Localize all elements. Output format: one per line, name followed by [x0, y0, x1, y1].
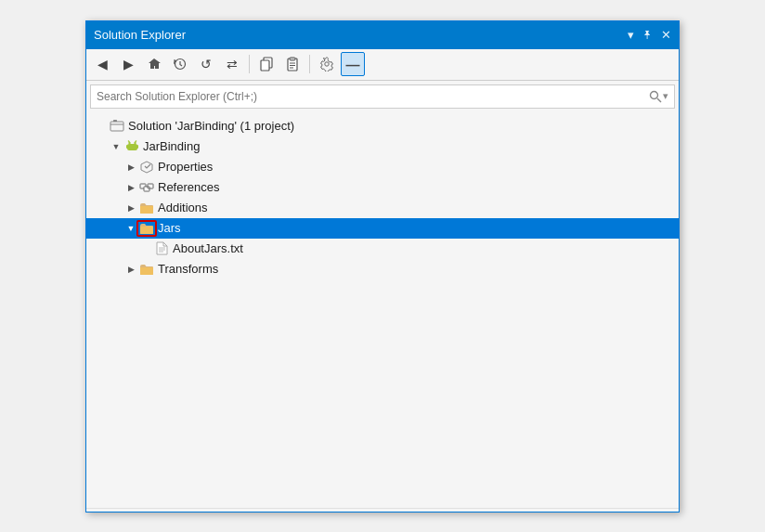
title-bar-controls: ▾ 🖈 ✕	[628, 28, 671, 42]
transforms-expander[interactable]: ▶	[123, 262, 138, 277]
additions-item[interactable]: ▶ Additions	[86, 198, 679, 218]
forward-button[interactable]: ▶	[116, 52, 140, 76]
additions-expander[interactable]: ▶	[123, 201, 138, 215]
pin-icon[interactable]: 🖈	[642, 28, 654, 42]
svg-line-18	[135, 141, 136, 143]
bottom-bar	[86, 508, 679, 512]
properties-icon	[138, 160, 155, 175]
toolbar-separator-2	[309, 55, 310, 73]
jars-label: Jars	[158, 221, 181, 235]
references-label: References	[158, 180, 219, 194]
svg-point-9	[651, 91, 658, 98]
properties-expander[interactable]: ▶	[123, 160, 138, 175]
tree-container: Solution 'JarBinding' (1 project) ▼ JarB…	[86, 112, 679, 508]
close-icon[interactable]: ✕	[661, 28, 671, 42]
aboutjars-item[interactable]: ▶ AboutJars.txt	[86, 239, 679, 259]
svg-rect-2	[261, 60, 269, 71]
jarbinding-label: JarBinding	[143, 139, 200, 153]
svg-rect-22	[133, 148, 135, 150]
svg-rect-21	[130, 148, 132, 150]
transforms-label: Transforms	[158, 262, 218, 276]
search-bar: ▾	[90, 84, 675, 109]
search-input[interactable]	[97, 90, 645, 103]
svg-point-15	[128, 142, 130, 144]
aboutjars-file-icon	[153, 241, 170, 256]
copy-pages-button[interactable]	[254, 52, 279, 76]
svg-line-10	[657, 98, 661, 102]
svg-line-17	[128, 141, 130, 143]
svg-rect-13	[113, 120, 117, 122]
android-icon	[123, 139, 140, 154]
paste-pages-button[interactable]	[280, 52, 305, 76]
svg-point-16	[134, 142, 136, 144]
collapse-button[interactable]: —	[341, 52, 365, 76]
references-item[interactable]: ▶ References	[86, 177, 679, 198]
solution-expander	[94, 119, 109, 134]
toolbar-separator	[249, 55, 250, 73]
title-bar-left: Solution Explorer	[94, 28, 186, 42]
jars-item[interactable]: ▼ Jars	[86, 218, 679, 239]
jarbinding-item[interactable]: ▼ JarBinding	[86, 136, 679, 157]
refresh-button[interactable]: ↺	[194, 52, 218, 76]
aboutjars-label: AboutJars.txt	[173, 241, 243, 255]
solution-label: Solution 'JarBinding' (1 project)	[128, 119, 294, 133]
transforms-item[interactable]: ▶ Transforms	[86, 259, 679, 279]
toolbar: ◀ ▶ ↺ ⇄	[86, 49, 679, 81]
transforms-folder-icon	[138, 262, 155, 277]
svg-rect-20	[136, 145, 138, 149]
jars-folder-icon	[138, 221, 155, 236]
sync-button[interactable]: ⇄	[220, 52, 244, 76]
svg-rect-11	[110, 122, 123, 131]
back-button[interactable]: ◀	[90, 52, 114, 76]
history-button[interactable]	[168, 52, 192, 76]
additions-folder-icon	[138, 201, 155, 215]
svg-rect-14	[127, 144, 137, 150]
home-button[interactable]	[142, 52, 166, 76]
dropdown-arrow-icon[interactable]: ▾	[628, 28, 634, 42]
solution-icon	[109, 119, 125, 134]
svg-rect-19	[126, 145, 128, 149]
title-bar-title: Solution Explorer	[94, 28, 186, 42]
solution-root-item[interactable]: Solution 'JarBinding' (1 project)	[86, 116, 679, 136]
properties-button[interactable]	[315, 52, 339, 76]
search-icon[interactable]: ▾	[649, 90, 668, 103]
title-bar: Solution Explorer ▾ 🖈 ✕	[86, 21, 679, 49]
svg-point-8	[325, 62, 329, 66]
properties-label: Properties	[158, 160, 213, 174]
references-expander[interactable]: ▶	[123, 180, 138, 195]
svg-rect-4	[290, 58, 295, 60]
jarbinding-expander[interactable]: ▼	[109, 139, 123, 154]
additions-label: Additions	[158, 201, 207, 214]
solution-explorer-window: Solution Explorer ▾ 🖈 ✕ ◀ ▶ ↺ ⇄	[85, 20, 680, 513]
references-icon	[138, 180, 155, 195]
properties-item[interactable]: ▶ Properties	[86, 157, 679, 177]
